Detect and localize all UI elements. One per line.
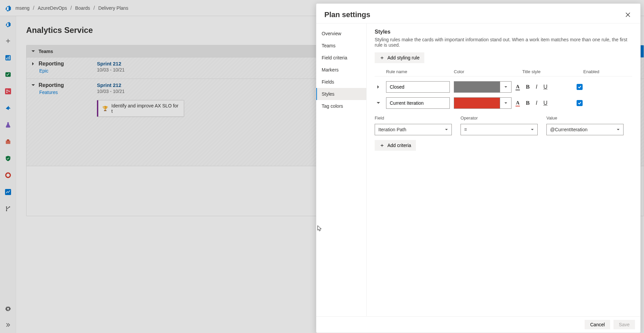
rule-color-picker[interactable]	[454, 97, 512, 109]
panel-title: Plan settings	[324, 10, 370, 19]
italic-button[interactable]: I	[536, 84, 537, 90]
close-button[interactable]	[624, 10, 632, 19]
panel-nav-tag-colors[interactable]: Tag colors	[316, 100, 366, 112]
title-style-group: A B I U	[516, 84, 573, 90]
panel-nav-field-criteria[interactable]: Field criteria	[316, 52, 366, 64]
criteria-operator-select[interactable]: =	[461, 124, 538, 135]
col-enabled: Enabled	[583, 69, 603, 74]
enabled-checkbox[interactable]	[577, 100, 583, 106]
section-description: Styling rules make the cards with import…	[375, 37, 632, 48]
bold-button[interactable]: B	[526, 84, 530, 90]
criteria-operator-value: =	[464, 127, 467, 132]
panel-content: Styles Styling rules make the cards with…	[367, 23, 640, 316]
enabled-checkbox[interactable]	[577, 84, 583, 90]
color-swatch	[454, 82, 500, 92]
criteria-field-value: Iteration Path	[378, 127, 406, 132]
col-operator: Operator	[461, 115, 538, 121]
plus-icon: ＋	[379, 55, 385, 60]
chevron-down-icon	[504, 101, 507, 105]
chevron-down-icon	[445, 128, 448, 131]
bold-button[interactable]: B	[526, 100, 530, 106]
panel-nav-teams[interactable]: Teams	[316, 40, 366, 52]
color-dropdown-button[interactable]	[500, 98, 511, 108]
add-styling-rule-label: Add styling rule	[387, 55, 420, 60]
panel-nav: Overview Teams Field criteria Markers Fi…	[316, 23, 367, 316]
rule-color-picker[interactable]	[454, 81, 512, 93]
style-rule-row: A B I U	[375, 81, 632, 93]
close-icon	[625, 12, 631, 18]
add-criteria-label: Add criteria	[387, 143, 411, 148]
add-styling-rule-button[interactable]: ＋ Add styling rule	[375, 52, 424, 63]
underline-button[interactable]: U	[543, 84, 547, 90]
add-criteria-button[interactable]: ＋ Add criteria	[375, 140, 416, 151]
italic-button[interactable]: I	[536, 100, 537, 106]
rule-name-input[interactable]	[386, 81, 450, 93]
criteria-header-row: Field Operator Value	[375, 115, 632, 121]
font-color-button[interactable]: A	[516, 100, 520, 106]
color-swatch	[454, 98, 500, 108]
panel-nav-styles[interactable]: Styles	[316, 88, 366, 100]
font-color-button[interactable]: A	[516, 84, 520, 90]
panel-nav-fields[interactable]: Fields	[316, 76, 366, 88]
color-dropdown-button[interactable]	[500, 82, 511, 92]
check-icon	[578, 101, 582, 105]
criteria-field-select[interactable]: Iteration Path	[375, 124, 452, 135]
panel-footer: Cancel Save	[316, 316, 640, 333]
collapse-rule-button[interactable]	[375, 99, 382, 107]
col-color: Color	[454, 69, 518, 74]
criteria-row: Iteration Path = @CurrentIteration	[375, 124, 632, 135]
chevron-down-icon	[616, 128, 620, 131]
rules-header-row: Rule name Color Title style Enabled	[375, 69, 632, 77]
col-rule-name: Rule name	[386, 69, 450, 74]
chevron-right-icon	[376, 85, 380, 89]
cancel-button[interactable]: Cancel	[585, 320, 610, 329]
check-icon	[578, 85, 582, 89]
save-button[interactable]: Save	[613, 320, 635, 329]
plus-icon: ＋	[379, 143, 385, 148]
expand-rule-button[interactable]	[375, 83, 382, 91]
style-rule-row: A B I U	[375, 97, 632, 109]
col-field: Field	[375, 115, 452, 121]
section-title: Styles	[375, 29, 632, 35]
chevron-down-icon	[504, 85, 507, 89]
col-value: Value	[546, 115, 624, 121]
rule-name-input[interactable]	[386, 97, 450, 109]
chevron-down-icon	[376, 101, 380, 105]
criteria-value-value: @CurrentIteration	[550, 127, 587, 132]
plan-settings-panel: Plan settings Overview Teams Field crite…	[316, 3, 641, 333]
chevron-down-icon	[531, 128, 534, 131]
title-style-group: A B I U	[516, 100, 573, 106]
panel-nav-overview[interactable]: Overview	[316, 28, 366, 40]
col-title-style: Title style	[522, 69, 579, 74]
underline-button[interactable]: U	[543, 100, 547, 106]
criteria-value-select[interactable]: @CurrentIteration	[546, 124, 624, 135]
panel-nav-markers[interactable]: Markers	[316, 64, 366, 76]
